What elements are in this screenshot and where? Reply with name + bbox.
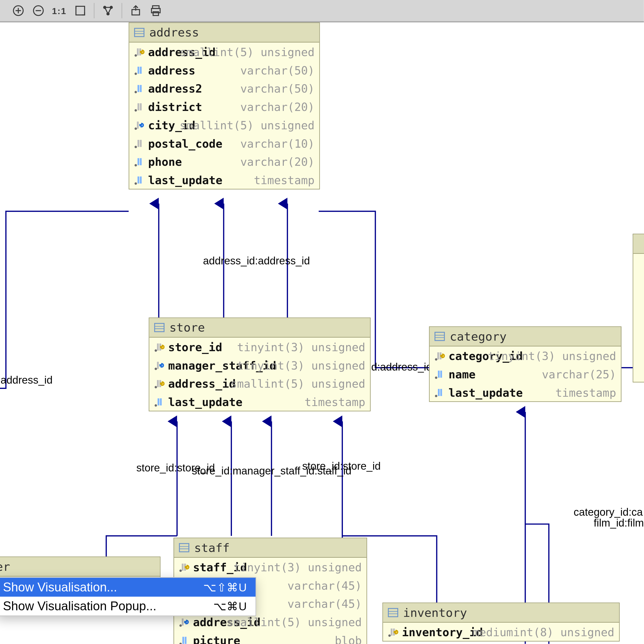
svg-rect-70 (179, 544, 189, 552)
svg-rect-25 (138, 66, 139, 73)
diagram-canvas[interactable]: address_id:address_id address_id:address… (0, 22, 644, 644)
column-row[interactable]: store_idtinyint(3) unsigned (149, 338, 370, 356)
svg-point-52 (155, 386, 157, 388)
edge-label: film_id:film (594, 517, 644, 529)
column-type: timestamp (254, 173, 315, 186)
column-icon (134, 46, 145, 57)
svg-line-11 (108, 7, 111, 14)
svg-point-73 (179, 569, 182, 572)
svg-point-38 (135, 164, 137, 166)
column-row[interactable]: address2varchar(50) (129, 79, 319, 97)
separator (122, 3, 122, 18)
column-type: varchar(50) (240, 63, 314, 76)
print-button[interactable] (146, 1, 166, 21)
column-icon (179, 561, 189, 572)
table-header[interactable]: address (129, 23, 319, 42)
svg-point-30 (135, 109, 137, 111)
column-row[interactable]: inventory_idmediumint(8) unsigned (383, 623, 619, 641)
svg-rect-57 (160, 398, 162, 405)
column-row[interactable]: category_idtinyint(3) unsigned (430, 346, 621, 365)
column-row[interactable]: last_updatetimestamp (149, 392, 370, 411)
svg-rect-58 (435, 332, 445, 341)
column-row[interactable]: namevarchar(25) (430, 365, 621, 383)
column-type: smallint(5) unsigned (180, 118, 315, 131)
svg-rect-40 (140, 158, 142, 165)
table-header[interactable] (633, 234, 644, 254)
export-button[interactable] (126, 1, 146, 21)
column-row[interactable]: address_idsmallint(5) unsigned (149, 374, 370, 392)
toolbar: 1:1 (0, 0, 644, 22)
table-address[interactable]: address address_idsmallint(5) unsignedad… (129, 22, 320, 189)
table-icon (388, 607, 398, 618)
svg-point-47 (155, 349, 157, 351)
table-header[interactable]: store (149, 318, 370, 337)
svg-rect-44 (155, 324, 164, 332)
column-row[interactable]: last_updatetimestamp (129, 171, 319, 189)
column-type: mediumint(8) unsigned (473, 625, 615, 638)
column-type: varchar(50) (240, 82, 314, 95)
svg-rect-81 (388, 609, 398, 617)
column-icon (154, 360, 165, 370)
menu-item-show-visualisation[interactable]: Show Visualisation... ⌥⇧⌘U (0, 578, 256, 597)
column-icon (179, 635, 189, 644)
svg-rect-34 (137, 121, 139, 128)
column-row[interactable]: postal_codevarchar(10) (129, 134, 319, 152)
menu-item-shortcut: ⌥⇧⌘U (203, 580, 247, 594)
svg-line-10 (105, 7, 108, 14)
svg-point-35 (135, 145, 137, 148)
column-icon (434, 350, 445, 361)
column-name: inventory_id (402, 625, 483, 638)
svg-rect-80 (185, 636, 186, 643)
column-type: timestamp (305, 395, 366, 408)
menu-item-show-visualisation-popup[interactable]: Show Visualisation Popup... ⌥⌘U (0, 597, 256, 616)
table-name: address (149, 25, 199, 39)
table-header[interactable]: omer (0, 557, 160, 577)
svg-point-78 (179, 642, 182, 644)
svg-rect-5 (76, 6, 84, 15)
table-header[interactable]: category (430, 327, 621, 346)
table-name: category (450, 329, 507, 343)
actual-size-button[interactable]: 1:1 (52, 6, 66, 16)
fit-screen-button[interactable] (70, 1, 90, 21)
column-row[interactable]: addressvarchar(50) (129, 61, 319, 79)
svg-rect-37 (140, 140, 142, 147)
svg-point-24 (135, 72, 137, 74)
table-header[interactable]: inventory (383, 603, 619, 623)
svg-rect-29 (140, 85, 142, 92)
table-header[interactable]: staff (174, 538, 367, 558)
column-row[interactable]: pictureblob (174, 631, 367, 644)
layout-button[interactable] (98, 1, 118, 21)
column-row[interactable]: city_idsmallint(5) unsigned (129, 116, 319, 134)
column-type: tinyint(3) unsigned (233, 560, 362, 574)
svg-rect-22 (137, 48, 139, 55)
table-store[interactable]: store store_idtinyint(3) unsignedmanager… (149, 317, 371, 411)
column-type: smallint(5) unsigned (227, 615, 362, 628)
table-category[interactable]: category category_idtinyint(3) unsignedn… (429, 326, 622, 402)
svg-rect-74 (182, 563, 184, 570)
column-type: smallint(5) unsigned (230, 377, 365, 390)
column-row[interactable]: phonevarchar(20) (129, 152, 319, 171)
svg-rect-65 (438, 370, 440, 377)
svg-point-33 (135, 127, 137, 130)
zoom-out-button[interactable] (28, 1, 49, 21)
column-row[interactable]: manager_staff_idtinyint(3) unsigned (149, 356, 370, 374)
column-type: smallint(5) unsigned (180, 45, 315, 58)
column-name: picture (193, 633, 240, 644)
column-row[interactable]: staff_idtinyint(3) unsigned (174, 558, 367, 576)
svg-point-76 (179, 624, 182, 626)
column-row[interactable]: address_idsmallint(5) unsigned (129, 43, 319, 61)
column-row[interactable]: last_updatetimestamp (430, 383, 621, 401)
edge-label: store_id:store_id (302, 460, 381, 473)
svg-rect-68 (438, 389, 440, 396)
column-type: varchar(45) (288, 579, 362, 592)
column-row[interactable]: districtvarchar(20) (129, 97, 319, 116)
column-icon (134, 119, 145, 130)
table-partial-right[interactable] (633, 234, 644, 382)
zoom-in-button[interactable] (8, 1, 28, 21)
svg-rect-32 (140, 103, 142, 110)
column-name: phone (148, 155, 182, 168)
svg-rect-48 (157, 343, 159, 350)
table-inventory[interactable]: inventory inventory_idmediumint(8) unsig… (382, 602, 620, 641)
column-icon (388, 626, 398, 637)
svg-point-84 (388, 634, 391, 636)
